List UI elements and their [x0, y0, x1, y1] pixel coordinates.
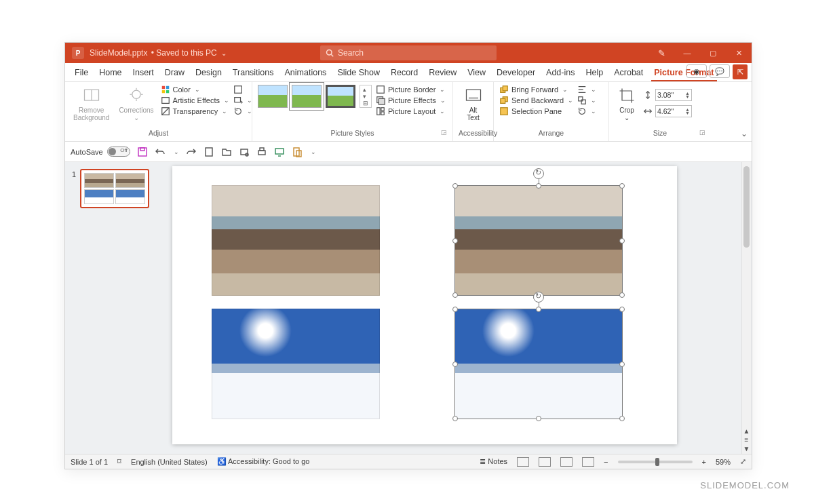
- svg-rect-38: [138, 148, 147, 156]
- rotate-handle[interactable]: [533, 292, 544, 303]
- camera-button[interactable]: ◉: [686, 64, 707, 78]
- slide-thumbnails-pane[interactable]: 1: [65, 162, 153, 454]
- tab-acrobat[interactable]: Acrobat: [608, 65, 648, 81]
- compress-pictures-button[interactable]: [233, 85, 252, 94]
- tab-review[interactable]: Review: [423, 65, 462, 81]
- corrections-button[interactable]: Corrections⌄: [116, 85, 156, 123]
- group-label-styles: Picture Styles: [330, 129, 374, 137]
- height-input[interactable]: 3.08"▲▼: [643, 89, 692, 101]
- tab-design[interactable]: Design: [190, 65, 227, 81]
- svg-rect-10: [166, 86, 168, 89]
- close-button[interactable]: ✕: [726, 43, 752, 63]
- language-indicator[interactable]: English (United States): [131, 458, 208, 466]
- rotate-handle[interactable]: [533, 168, 544, 179]
- svg-rect-35: [581, 100, 585, 104]
- selection-box-2[interactable]: [454, 309, 623, 419]
- collapse-ribbon-button[interactable]: ⌄: [741, 129, 748, 138]
- group-objects-button[interactable]: ⌄: [577, 96, 596, 105]
- scrollbar-thumb[interactable]: [743, 166, 750, 248]
- picture-beach-left[interactable]: [212, 185, 380, 296]
- prev-slide-icon[interactable]: ▲: [743, 427, 750, 435]
- pen-icon[interactable]: ✎: [648, 43, 674, 63]
- tab-slideshow[interactable]: Slide Show: [332, 65, 385, 81]
- send-backward-button[interactable]: Send Backward⌄: [499, 96, 573, 105]
- paste-dropdown[interactable]: ⌄: [309, 149, 316, 155]
- align-button[interactable]: ⌄: [577, 85, 596, 94]
- touch-mode-icon[interactable]: [239, 147, 250, 157]
- style-gallery-more[interactable]: ▴▾⊟: [360, 85, 372, 108]
- reset-picture-button[interactable]: ⌄: [233, 106, 252, 116]
- zoom-in-button[interactable]: +: [702, 458, 706, 466]
- tab-home[interactable]: Home: [94, 65, 127, 81]
- tab-view[interactable]: View: [462, 65, 491, 81]
- tab-transitions[interactable]: Transitions: [227, 65, 279, 81]
- svg-point-0: [327, 50, 332, 56]
- sorter-view-button[interactable]: [539, 457, 551, 467]
- tab-draw[interactable]: Draw: [159, 65, 190, 81]
- save-status[interactable]: • Saved to this PC: [149, 48, 216, 58]
- redo-icon[interactable]: [186, 147, 197, 157]
- save-status-dropdown-icon[interactable]: ⌄: [221, 50, 227, 57]
- width-input[interactable]: 4.62"▲▼: [643, 105, 692, 117]
- styles-launcher[interactable]: ◲: [441, 129, 447, 136]
- selection-pane-button[interactable]: Selection Pane: [499, 106, 573, 116]
- bring-forward-button[interactable]: Bring Forward⌄: [499, 85, 573, 94]
- save-icon[interactable]: [137, 147, 148, 157]
- picture-border-button[interactable]: Picture Border⌄: [376, 85, 446, 94]
- picture-snow-left[interactable]: [212, 309, 380, 419]
- comments-button[interactable]: 💬: [710, 64, 730, 78]
- spellcheck-icon[interactable]: ⌑: [117, 457, 121, 466]
- accessibility-status[interactable]: ♿ Accessibility: Good to go: [217, 457, 310, 466]
- slideshow-icon[interactable]: [274, 147, 285, 157]
- size-launcher[interactable]: ◲: [699, 129, 705, 136]
- slide-thumbnail-1[interactable]: 1: [80, 169, 149, 208]
- open-icon[interactable]: [221, 147, 232, 157]
- svg-rect-45: [275, 149, 284, 154]
- autosave-toggle[interactable]: AutoSave Off: [71, 147, 130, 157]
- svg-rect-13: [161, 98, 169, 104]
- crop-button[interactable]: Crop⌄: [615, 85, 639, 123]
- slide-indicator[interactable]: Slide 1 of 1: [71, 458, 108, 466]
- style-gallery[interactable]: ▴▾⊟: [258, 85, 372, 108]
- maximize-button[interactable]: ▢: [700, 43, 726, 63]
- svg-rect-20: [379, 98, 385, 104]
- svg-rect-40: [206, 148, 212, 156]
- rotate-button[interactable]: ⌄: [577, 106, 596, 116]
- fit-to-window-button[interactable]: ⤢: [740, 457, 746, 466]
- transparency-button[interactable]: Transparency⌄: [161, 106, 229, 116]
- alt-text-button[interactable]: Alt Text: [461, 85, 486, 123]
- vertical-scrollbar[interactable]: ▲≡▼: [741, 162, 751, 454]
- quick-print-icon[interactable]: [256, 147, 267, 157]
- artistic-effects-button[interactable]: Artistic Effects⌄: [161, 96, 229, 105]
- slideshow-view-button[interactable]: [582, 457, 594, 467]
- next-slide-icon[interactable]: ▼: [743, 445, 750, 452]
- change-picture-button[interactable]: ⌄: [233, 96, 252, 105]
- tab-developer[interactable]: Developer: [491, 65, 541, 81]
- search-input[interactable]: Search: [320, 45, 497, 60]
- tab-animations[interactable]: Animations: [279, 65, 332, 81]
- notes-button[interactable]: ≣ Notes: [480, 457, 507, 466]
- share-button[interactable]: ⇱: [733, 64, 748, 79]
- zoom-slider[interactable]: [618, 461, 693, 463]
- undo-icon[interactable]: [155, 147, 166, 157]
- remove-background-button[interactable]: Remove Background: [71, 85, 112, 123]
- tab-insert[interactable]: Insert: [128, 65, 159, 81]
- selection-box-1[interactable]: [454, 185, 623, 296]
- zoom-out-button[interactable]: −: [604, 458, 608, 466]
- undo-dropdown[interactable]: ⌄: [172, 149, 179, 155]
- slide-canvas[interactable]: ▲≡▼: [153, 162, 752, 454]
- tab-record[interactable]: Record: [385, 65, 423, 81]
- color-button[interactable]: Color⌄: [161, 85, 229, 94]
- picture-effects-button[interactable]: Picture Effects⌄: [376, 96, 446, 105]
- svg-rect-17: [235, 98, 241, 102]
- reading-view-button[interactable]: [560, 457, 573, 467]
- tab-file[interactable]: File: [69, 65, 94, 81]
- minimize-button[interactable]: —: [674, 43, 700, 63]
- tab-help[interactable]: Help: [580, 65, 608, 81]
- tab-addins[interactable]: Add-ins: [541, 65, 580, 81]
- normal-view-button[interactable]: [517, 457, 529, 467]
- picture-layout-button[interactable]: Picture Layout⌄: [376, 106, 446, 116]
- new-file-icon[interactable]: [204, 147, 214, 157]
- zoom-level[interactable]: 59%: [716, 458, 731, 466]
- paste-icon[interactable]: [292, 147, 303, 157]
